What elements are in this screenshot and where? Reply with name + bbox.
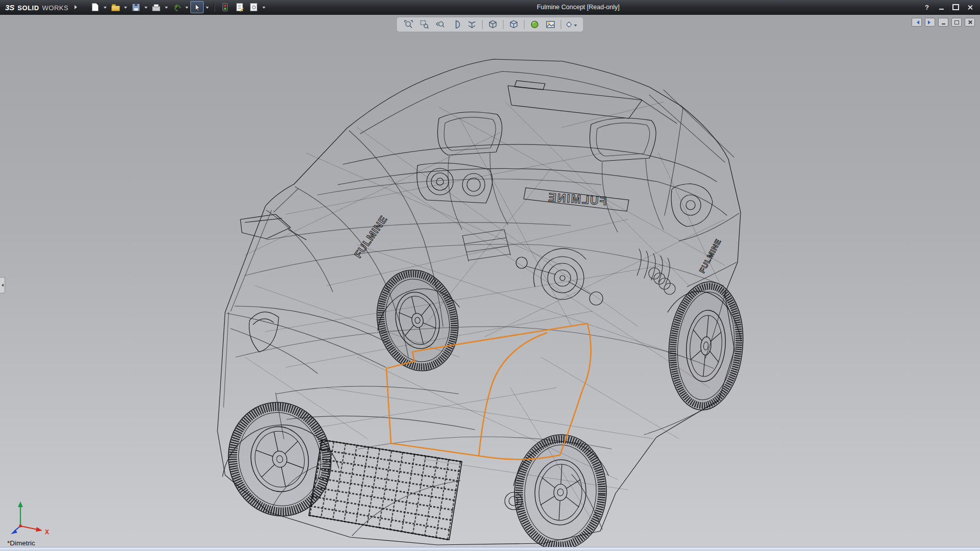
new-document-dropdown[interactable] <box>103 2 108 13</box>
doc-restore-button[interactable] <box>951 18 962 27</box>
new-document-icon <box>92 3 99 11</box>
file-properties-icon <box>236 3 243 11</box>
wheel-rear-right <box>664 279 748 413</box>
apply-scene-button[interactable] <box>545 19 556 30</box>
brand-solid-text: SOLID <box>17 4 39 12</box>
wheel-front-left <box>218 393 341 526</box>
options-dropdown[interactable] <box>261 2 266 13</box>
zoom-to-fit-button[interactable] <box>403 19 414 30</box>
dassault-3ds-logo-icon: 3S <box>5 3 14 12</box>
hud-separator <box>482 20 483 29</box>
open-folder-icon <box>111 6 120 11</box>
doc-minimize-button[interactable] <box>938 18 948 27</box>
view-settings-icon <box>566 20 573 29</box>
rebuild-icon <box>223 3 228 11</box>
doc-close-button[interactable] <box>965 18 975 27</box>
display-style-icon <box>509 20 519 29</box>
hud-separator <box>561 20 561 29</box>
zoom-to-fit-icon <box>404 20 413 29</box>
select-cursor-icon <box>193 4 201 11</box>
edit-appearance-icon <box>530 20 540 29</box>
undo-button[interactable] <box>170 1 183 13</box>
view-selector-icon <box>468 20 477 29</box>
open-button[interactable] <box>109 1 122 13</box>
minimize-icon <box>939 9 944 10</box>
select-tool-button[interactable] <box>190 1 204 13</box>
doc-minimize-icon <box>942 23 945 24</box>
help-icon: ? <box>925 4 929 11</box>
badge-left: FULMINE <box>352 213 389 260</box>
taillight-right-housing <box>671 184 713 227</box>
maximize-icon <box>952 4 959 10</box>
doc-previous-icon <box>915 20 919 24</box>
doc-next-icon <box>928 20 933 24</box>
toolbar-separator <box>214 3 214 12</box>
section-view-button[interactable] <box>451 19 462 30</box>
print-icon <box>152 6 160 11</box>
apply-scene-icon <box>546 20 555 29</box>
graphics-viewport[interactable]: FULMINE FULMINE FULMINE <box>0 14 980 547</box>
status-bar <box>0 547 980 551</box>
previous-view-button[interactable] <box>435 19 446 30</box>
view-settings-dropdown[interactable] <box>574 24 577 28</box>
solidworks-logo: 3S SOLIDWORKS <box>5 3 68 12</box>
taillight-left-housing <box>417 163 493 204</box>
toolbar-expander-arrow[interactable] <box>75 5 77 9</box>
feature-panel-expander-tab[interactable] <box>0 277 5 293</box>
front-grille <box>309 440 462 540</box>
options-icon <box>250 3 257 11</box>
wheel-front-right <box>511 432 609 547</box>
maximize-button[interactable] <box>950 3 961 12</box>
close-icon <box>967 5 973 10</box>
doc-next-button[interactable] <box>925 18 935 27</box>
model-wireframe-canvas: FULMINE FULMINE FULMINE <box>0 14 980 547</box>
orientation-triad-icon: X <box>7 499 53 536</box>
triad-x-label: X <box>45 529 49 536</box>
help-button[interactable]: ? <box>922 3 932 12</box>
save-button[interactable] <box>129 1 142 13</box>
save-icon <box>132 4 140 11</box>
open-dropdown[interactable] <box>123 2 128 13</box>
doc-restore-icon <box>954 20 959 24</box>
view-selector-button[interactable] <box>467 19 478 30</box>
doc-previous-button[interactable] <box>912 18 922 27</box>
display-style-button[interactable] <box>508 19 520 30</box>
hud-separator <box>524 20 525 29</box>
hud-separator <box>503 20 504 29</box>
selected-sketch-contour <box>386 323 591 460</box>
view-orientation-button[interactable] <box>487 19 499 30</box>
window-title: Fulmine Concept [Read-only] <box>537 0 620 14</box>
model-badges: FULMINE FULMINE FULMINE <box>352 188 723 274</box>
select-dropdown[interactable] <box>205 2 210 13</box>
solidworks-window: 3S SOLIDWORKS Fulmine Concept [Re <box>0 0 980 551</box>
section-view-icon <box>452 20 461 29</box>
previous-view-icon <box>436 20 445 29</box>
options-button[interactable] <box>247 1 260 13</box>
view-settings-button[interactable] <box>566 19 577 30</box>
brand-works-text: WORKS <box>42 4 69 12</box>
headlight-left <box>249 312 279 352</box>
view-orientation-label: *Dimetric <box>7 539 35 547</box>
print-button[interactable] <box>150 1 163 13</box>
print-dropdown[interactable] <box>164 2 169 13</box>
titlebar: 3S SOLIDWORKS Fulmine Concept [Re <box>0 0 980 15</box>
file-properties-button[interactable] <box>233 1 246 13</box>
wheel-mid-left <box>366 261 469 380</box>
zoom-to-area-icon <box>420 20 429 29</box>
heads-up-view-toolbar <box>397 17 584 32</box>
minimize-button[interactable] <box>936 3 946 12</box>
zoom-to-area-button[interactable] <box>419 19 430 30</box>
edit-appearance-button[interactable] <box>529 19 541 30</box>
doc-close-icon <box>968 20 972 24</box>
undo-dropdown[interactable] <box>184 2 189 13</box>
badge-right: FULMINE <box>697 237 723 274</box>
undo-icon <box>174 4 180 10</box>
close-button[interactable] <box>965 3 975 12</box>
new-document-button[interactable] <box>88 1 102 13</box>
window-controls: ? <box>922 3 975 12</box>
side-mirror <box>240 214 306 240</box>
badge-rear: FULMINE <box>547 190 607 208</box>
save-dropdown[interactable] <box>143 2 149 13</box>
car-body-outline <box>217 59 741 545</box>
rebuild-button[interactable] <box>218 1 232 13</box>
